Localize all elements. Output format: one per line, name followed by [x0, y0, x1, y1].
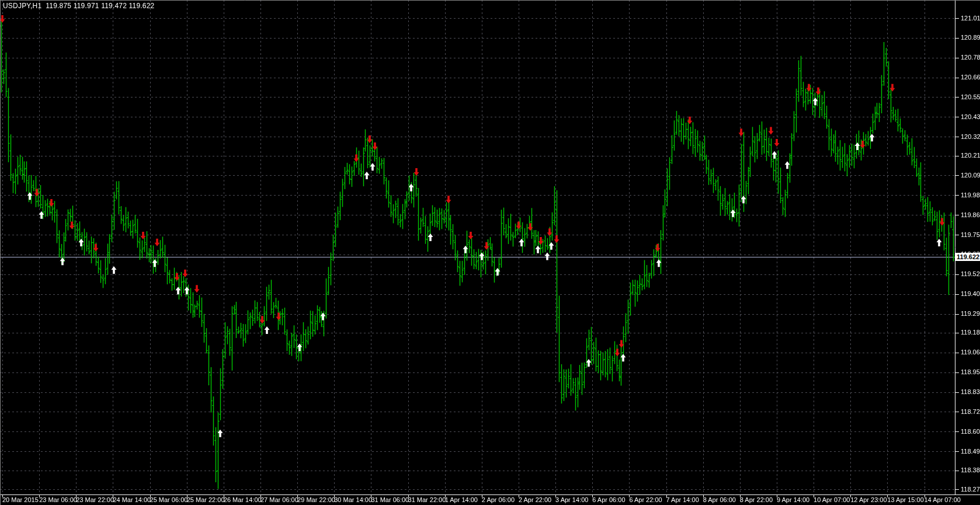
- x-axis-label: 23 Mar 06:00: [39, 496, 77, 503]
- y-axis-label: 119.750: [961, 231, 980, 238]
- x-axis-label: 9 Apr 14:00: [777, 496, 809, 503]
- x-axis-label: 20 Mar 2015: [2, 496, 39, 503]
- y-axis-label: 120.895: [961, 34, 980, 41]
- x-axis-label: 7 Apr 14:00: [666, 496, 699, 503]
- x-axis-label: 14 Apr 07:00: [925, 496, 961, 503]
- y-axis-label: 120.435: [961, 113, 980, 120]
- chart-window: USDJPY,H1 119.875 119.971 119.472 119.62…: [0, 0, 980, 505]
- y-axis-label: 120.665: [961, 74, 980, 81]
- y-axis-label: 118.270: [961, 486, 980, 493]
- y-axis-label: 119.980: [961, 191, 980, 198]
- y-axis-label: 119.065: [961, 349, 980, 356]
- x-axis-label: 30 Mar 14:00: [334, 496, 372, 503]
- x-axis-label: 12 Apr 23:00: [850, 496, 887, 503]
- y-axis-label: 121.010: [961, 15, 980, 22]
- y-axis-label: 120.095: [961, 172, 980, 179]
- y-axis-label: 119.520: [961, 270, 980, 277]
- current-price-label: 119.622: [957, 253, 979, 260]
- x-axis-label: 6 Apr 06:00: [592, 496, 625, 503]
- y-axis-label: 119.405: [961, 290, 980, 297]
- x-axis-label: 25 Mar 22:00: [187, 496, 225, 503]
- x-axis-label: 25 Mar 06:00: [150, 496, 188, 503]
- x-axis-label: 6 Apr 22:00: [629, 496, 662, 503]
- y-axis-label: 118.490: [961, 448, 980, 455]
- x-axis-label: 10 Apr 07:00: [814, 496, 850, 503]
- x-axis-label: 23 Mar 22:00: [76, 496, 114, 503]
- x-axis-label: 31 Mar 06:00: [371, 496, 409, 503]
- x-axis-label: 2 Apr 06:00: [482, 496, 515, 503]
- y-axis-label: 120.320: [961, 133, 980, 140]
- y-axis-label: 120.780: [961, 54, 980, 61]
- y-axis-label: 119.290: [961, 310, 980, 317]
- y-axis-label: 118.835: [961, 388, 980, 395]
- y-axis-label: 119.180: [961, 329, 980, 336]
- y-axis-label: 119.865: [961, 211, 980, 218]
- y-axis-label: 120.210: [961, 152, 980, 159]
- x-axis-label: 1 Apr 14:00: [445, 496, 478, 503]
- x-axis-label: 26 Mar 14:00: [224, 496, 262, 503]
- y-axis-label: 118.605: [961, 428, 980, 435]
- x-axis-label: 2 Apr 22:00: [519, 496, 551, 503]
- x-axis-label: 8 Apr 22:00: [740, 496, 773, 503]
- x-axis-label: 27 Mar 06:00: [260, 496, 298, 503]
- y-axis-label: 118.720: [961, 408, 980, 415]
- current-price-box: 119.622: [955, 253, 980, 261]
- chart-canvas[interactable]: [0, 0, 980, 505]
- y-axis-label: 120.550: [961, 93, 980, 100]
- x-axis-label: 31 Mar 22:00: [408, 496, 446, 503]
- x-axis-label: 8 Apr 06:00: [703, 496, 736, 503]
- y-axis-label: 118.380: [961, 466, 980, 473]
- chart-title: USDJPY,H1 119.875 119.971 119.472 119.62…: [3, 2, 155, 10]
- y-axis-label: 118.950: [961, 368, 980, 375]
- x-axis-label: 13 Apr 15:00: [887, 496, 923, 503]
- x-axis-label: 29 Mar 22:00: [297, 496, 335, 503]
- x-axis-label: 3 Apr 14:00: [555, 496, 588, 503]
- x-axis-label: 24 Mar 14:00: [113, 496, 151, 503]
